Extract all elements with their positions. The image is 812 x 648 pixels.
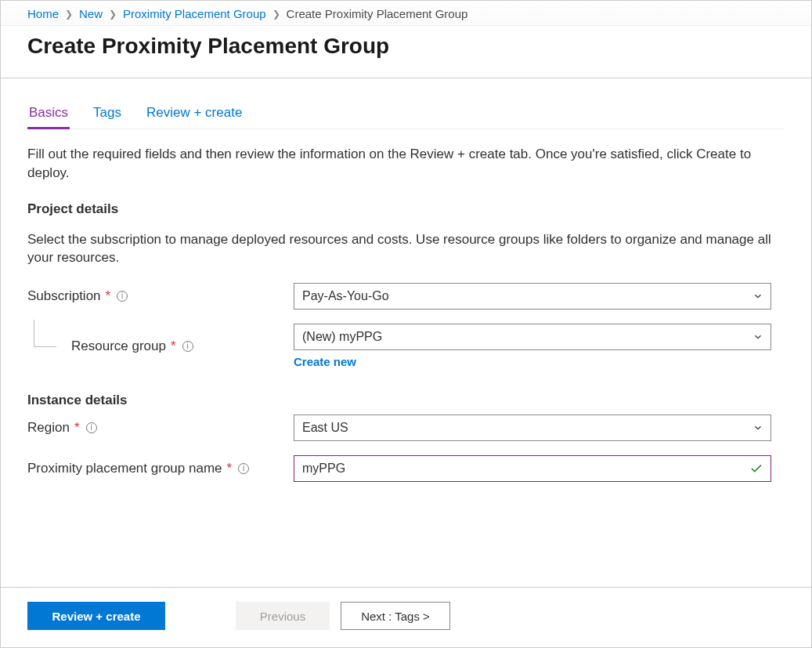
breadcrumb-new[interactable]: New: [79, 7, 103, 20]
intro-text: Fill out the required fields and then re…: [27, 145, 779, 183]
tab-review-create[interactable]: Review + create: [145, 100, 244, 129]
instance-details-title: Instance details: [27, 393, 785, 408]
tab-basics[interactable]: Basics: [27, 100, 70, 129]
region-value: East US: [302, 421, 348, 435]
required-marker: *: [171, 338, 176, 354]
resource-group-label: Resource group * i: [27, 338, 294, 354]
region-label: Region * i: [27, 420, 294, 436]
tabs: Basics Tags Review + create: [27, 100, 785, 129]
review-create-button[interactable]: Review + create: [27, 602, 165, 630]
page-title: Create Proximity Placement Group: [27, 34, 785, 59]
footer: Review + create Previous Next : Tags >: [1, 587, 811, 647]
ppg-name-label-text: Proximity placement group name: [27, 461, 222, 476]
subscription-value: Pay-As-You-Go: [302, 289, 389, 303]
info-icon[interactable]: i: [86, 422, 97, 433]
region-label-text: Region: [27, 420, 70, 436]
info-icon[interactable]: i: [238, 463, 249, 474]
chevron-right-icon: ❯: [65, 9, 73, 20]
region-row: Region * i East US: [27, 415, 785, 441]
previous-button: Previous: [236, 602, 330, 630]
ppg-name-label: Proximity placement group name * i: [27, 461, 294, 476]
ppg-name-input-cell: [294, 455, 771, 482]
resource-group-select[interactable]: (New) myPPG: [294, 324, 771, 350]
page-root: Home ❯ New ❯ Proximity Placement Group ❯…: [0, 0, 812, 648]
breadcrumb-ppg[interactable]: Proximity Placement Group: [123, 7, 266, 20]
chevron-right-icon: ❯: [272, 9, 280, 20]
project-details-title: Project details: [27, 201, 785, 217]
required-marker: *: [74, 420, 80, 436]
info-icon[interactable]: i: [117, 291, 128, 302]
resource-group-input-cell: (New) myPPG Create new: [294, 324, 771, 369]
create-new-link[interactable]: Create new: [294, 355, 356, 368]
resource-group-value: (New) myPPG: [302, 330, 382, 344]
breadcrumb-current: Create Proximity Placement Group: [287, 7, 468, 20]
tab-tags[interactable]: Tags: [92, 100, 123, 129]
chevron-right-icon: ❯: [109, 9, 117, 20]
region-input-cell: East US: [294, 415, 771, 441]
body-area: Basics Tags Review + create Fill out the…: [1, 78, 811, 587]
required-marker: *: [106, 288, 111, 304]
subscription-label: Subscription * i: [27, 288, 294, 304]
resource-group-label-text: Resource group: [71, 338, 166, 354]
next-button[interactable]: Next : Tags >: [341, 602, 450, 630]
footer-right-group: Previous Next : Tags >: [236, 602, 450, 630]
breadcrumb: Home ❯ New ❯ Proximity Placement Group ❯…: [1, 1, 811, 26]
subscription-row: Subscription * i Pay-As-You-Go: [27, 283, 785, 310]
info-icon[interactable]: i: [182, 341, 193, 352]
subscription-label-text: Subscription: [27, 288, 101, 304]
subscription-select[interactable]: Pay-As-You-Go: [294, 283, 771, 310]
resource-group-row: Resource group * i (New) myPPG Create ne…: [27, 324, 785, 369]
ppg-name-input[interactable]: [294, 455, 771, 482]
title-area: Create Proximity Placement Group: [1, 26, 811, 78]
breadcrumb-home[interactable]: Home: [27, 7, 59, 20]
subscription-input-cell: Pay-As-You-Go: [294, 283, 771, 310]
region-select[interactable]: East US: [294, 415, 771, 441]
required-marker: *: [227, 461, 233, 476]
ppg-name-row: Proximity placement group name * i: [27, 455, 785, 482]
project-details-description: Select the subscription to manage deploy…: [27, 230, 779, 268]
